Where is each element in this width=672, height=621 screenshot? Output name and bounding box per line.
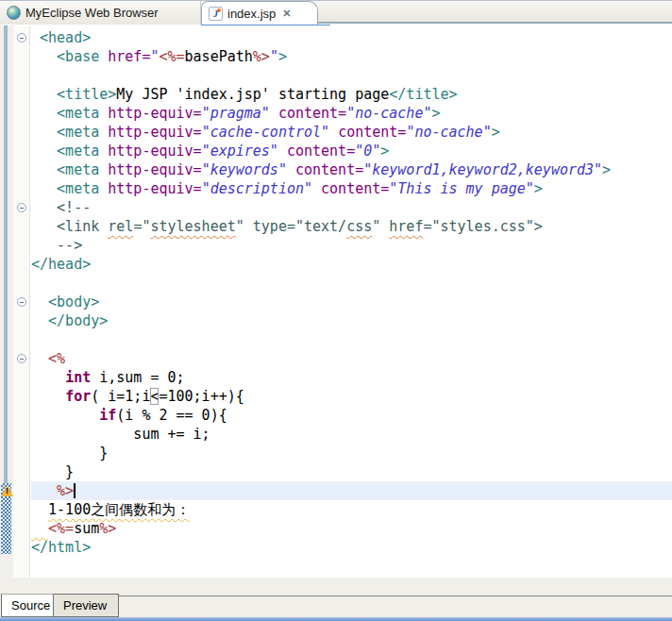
code-token bbox=[31, 501, 48, 518]
code-token: "no-cache" bbox=[406, 124, 491, 141]
tab-source[interactable]: Source bbox=[1, 594, 54, 617]
code-line[interactable]: <meta http-equiv="expires" content="0"> bbox=[31, 142, 672, 160]
fold-collapse-icon[interactable] bbox=[17, 203, 26, 212]
code-token: http-equiv= bbox=[108, 143, 201, 159]
code-token: "expires" bbox=[202, 143, 278, 159]
code-token: " bbox=[270, 48, 278, 65]
code-line[interactable] bbox=[31, 330, 672, 349]
code-token: "keyword1,keyword2,keyword3" bbox=[363, 161, 602, 178]
code-token: <head> bbox=[31, 29, 91, 46]
code-token: %> bbox=[31, 482, 74, 499]
tab-label: Preview bbox=[63, 598, 107, 613]
fold-column bbox=[13, 25, 30, 578]
code-area[interactable]: <head> <base href="<%=basePath%>"> <titl… bbox=[31, 25, 672, 578]
code-token bbox=[270, 105, 278, 122]
editor-page-tab-area: Source Preview bbox=[0, 578, 672, 621]
code-token: sum += i; bbox=[31, 426, 210, 443]
code-line[interactable]: <meta http-equiv="pragma" content="no-ca… bbox=[31, 104, 672, 123]
code-line[interactable]: <link rel="stylesheet" type="text/css" h… bbox=[31, 217, 672, 236]
code-line[interactable]: if(i % 2 == 0){ bbox=[31, 406, 672, 425]
code-token: </body> bbox=[31, 312, 108, 329]
tab-preview[interactable]: Preview bbox=[54, 594, 119, 617]
code-token: My JSP 'index.jsp' starting page bbox=[116, 86, 389, 103]
fold-collapse-icon[interactable] bbox=[17, 297, 26, 307]
source-editor: ! <head> <base href="<%=basePath%>"> <ti… bbox=[0, 25, 672, 578]
code-token: (i % 2 == 0){ bbox=[116, 407, 227, 424]
code-line[interactable]: </html> bbox=[31, 538, 672, 557]
code-token: <%= bbox=[159, 48, 184, 65]
code-line[interactable]: %> bbox=[31, 481, 672, 500]
code-line[interactable]: <% bbox=[31, 349, 672, 368]
code-token bbox=[329, 124, 338, 141]
code-token: http-equiv= bbox=[108, 161, 201, 178]
code-token: --> bbox=[31, 237, 82, 254]
code-line[interactable]: <head> bbox=[31, 28, 672, 47]
code-token: if bbox=[99, 407, 116, 424]
code-line[interactable]: for( i=1;i<=100;i++){ bbox=[31, 387, 672, 406]
code-line[interactable]: <body> bbox=[31, 293, 672, 311]
code-token: <meta bbox=[31, 161, 108, 178]
close-tab-icon[interactable]: ✕ bbox=[282, 8, 291, 20]
code-token: http-equiv= bbox=[108, 105, 201, 122]
code-token: " type="text/ bbox=[236, 218, 346, 235]
code-line[interactable]: --> bbox=[31, 236, 672, 255]
code-token: } bbox=[31, 445, 108, 462]
code-line[interactable]: int i,sum = 0; bbox=[31, 368, 672, 387]
code-token: content= bbox=[278, 105, 346, 122]
code-token: for bbox=[65, 388, 91, 405]
code-token bbox=[31, 369, 65, 386]
code-token: "no-cache" bbox=[346, 105, 431, 122]
code-token: int bbox=[65, 369, 91, 386]
range-indicator-strip bbox=[4, 25, 8, 483]
code-token: "This is my page" bbox=[389, 180, 534, 197]
code-token: <meta bbox=[31, 143, 108, 159]
code-token: <meta bbox=[31, 124, 108, 141]
code-token: > bbox=[380, 143, 389, 159]
code-line[interactable]: <meta http-equiv="cache-control" content… bbox=[31, 123, 672, 142]
code-line[interactable]: <title>My JSP 'index.jsp' starting page<… bbox=[31, 85, 672, 104]
code-token bbox=[31, 407, 99, 424]
code-line[interactable]: } bbox=[31, 462, 672, 481]
code-line[interactable] bbox=[31, 66, 672, 85]
tab-myeclipse-web-browser[interactable]: MyEclipse Web Browser bbox=[0, 1, 201, 25]
code-line[interactable]: </head> bbox=[31, 255, 672, 274]
code-line[interactable] bbox=[31, 274, 672, 293]
code-token: </title> bbox=[389, 86, 457, 103]
code-token: stylesheet bbox=[150, 218, 235, 235]
code-token: > bbox=[278, 48, 287, 65]
code-token: "pragma" bbox=[202, 105, 270, 122]
code-token: <meta bbox=[31, 180, 108, 197]
tab-label: index.jsp bbox=[227, 7, 276, 21]
code-line[interactable]: <base href="<%=basePath%>"> bbox=[31, 47, 672, 66]
code-token: " bbox=[372, 218, 389, 235]
myeclipse-editor-window: MyEclipse Web Browser J index.jsp ✕ ! <h… bbox=[0, 0, 672, 621]
window-bottom-edge bbox=[0, 617, 672, 621]
code-token: %> bbox=[253, 48, 270, 65]
code-token: =" bbox=[133, 218, 150, 235]
fold-collapse-icon[interactable] bbox=[17, 33, 26, 42]
code-token bbox=[312, 180, 321, 197]
code-token: "description" bbox=[202, 180, 312, 197]
code-token: <%= bbox=[48, 520, 74, 537]
web-browser-globe-icon bbox=[7, 6, 21, 20]
code-token: </html> bbox=[31, 539, 91, 556]
code-line[interactable]: sum += i; bbox=[31, 425, 672, 444]
tab-index-jsp[interactable]: J index.jsp ✕ bbox=[201, 1, 318, 25]
code-line[interactable]: <!-- bbox=[31, 198, 672, 217]
code-line[interactable]: <meta http-equiv="keywords" content="key… bbox=[31, 160, 672, 179]
code-token: content= bbox=[338, 124, 406, 141]
page-tab-rule bbox=[119, 596, 672, 596]
code-line[interactable]: <%=sum%> bbox=[31, 519, 672, 538]
code-line[interactable]: <meta http-equiv="description" content="… bbox=[31, 179, 672, 198]
code-token: <title> bbox=[31, 86, 116, 103]
code-token: href= bbox=[108, 48, 150, 65]
code-line[interactable]: } bbox=[31, 444, 672, 462]
code-line[interactable]: 1-100之间偶数和为： bbox=[31, 500, 672, 519]
editor-tab-bar: MyEclipse Web Browser J index.jsp ✕ bbox=[0, 0, 672, 24]
code-line[interactable]: </body> bbox=[31, 311, 672, 330]
code-token: rel bbox=[108, 218, 133, 235]
code-token: ( i=1;i bbox=[91, 388, 150, 405]
fold-collapse-icon[interactable] bbox=[17, 354, 26, 363]
annotation-ruler[interactable]: ! bbox=[0, 25, 13, 578]
code-token: http-equiv= bbox=[108, 180, 201, 197]
